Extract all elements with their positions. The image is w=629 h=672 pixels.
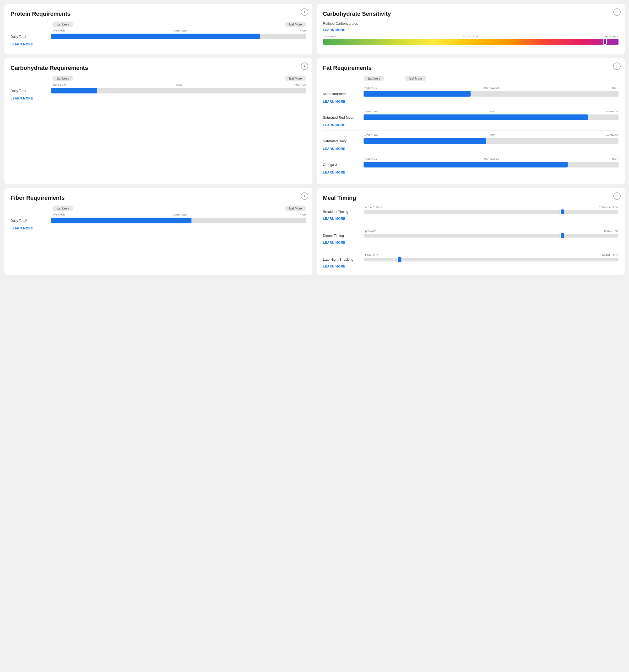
srm-scale-1: VERY LOW bbox=[365, 110, 449, 113]
omega3-section: AVERAGE INCREASED HIGH Omega-3 LEARN MOR… bbox=[323, 154, 619, 178]
protein-row-label: Daily Total bbox=[10, 35, 51, 39]
protein-scale-3: HIGH bbox=[222, 29, 306, 32]
sat-dairy-section: VERY LOW LOW AVERAGE Saturated Dairy LEA… bbox=[323, 131, 619, 154]
fiber-scale-3: HIGH bbox=[222, 213, 306, 216]
omega3-scale-2: INCREASED bbox=[449, 158, 534, 160]
carb-req-eat-more-badge: Eat More bbox=[285, 76, 306, 81]
protein-learn-more[interactable]: LEARN MORE bbox=[10, 43, 33, 46]
protein-badges-row: Eat Less Eat More bbox=[10, 22, 306, 28]
omega3-learn-more[interactable]: LEARN MORE bbox=[323, 171, 346, 174]
mono-bar-row: Monosaturated bbox=[323, 91, 619, 97]
mono-row-label: Monosaturated bbox=[323, 92, 363, 96]
srm-learn-more[interactable]: LEARN MORE bbox=[323, 123, 346, 127]
fat-eat-more-badge: Eat More bbox=[405, 76, 427, 81]
srm-scale-2: LOW bbox=[449, 110, 534, 113]
timing-divider-2 bbox=[323, 249, 619, 249]
carb-req-eat-less-badge: Eat Less bbox=[52, 76, 73, 81]
fiber-bar-container bbox=[51, 218, 306, 223]
fiber-card: Fiber Requirements i Eat Less Eat More A… bbox=[4, 188, 312, 275]
sat-red-meat-section: VERY LOW LOW AVERAGE Saturated Red Meat … bbox=[323, 107, 619, 131]
meal-timing-title: Meal Timing bbox=[323, 194, 619, 201]
carb-req-scale-labels: VERY LOW LOW AVERAGE bbox=[10, 83, 306, 86]
sd-row-label: Saturated Dairy bbox=[323, 139, 363, 143]
late-night-slider[interactable] bbox=[363, 258, 619, 261]
fat-req-info-btn[interactable]: i bbox=[613, 63, 621, 70]
carb-req-scale-2: LOW bbox=[137, 83, 221, 86]
carb-req-card: Carbohydrate Requirements i Eat Less Eat… bbox=[4, 58, 312, 184]
mono-bar-container bbox=[363, 91, 619, 97]
fiber-eat-less-badge: Eat Less bbox=[52, 206, 73, 211]
fiber-bar-row: Daily Total¹ bbox=[10, 218, 306, 223]
omega3-scale-3: HIGH bbox=[534, 158, 619, 160]
breakfast-right-time: 7:30am – 11am bbox=[599, 206, 619, 209]
sd-learn-more[interactable]: LEARN MORE bbox=[323, 147, 346, 151]
dinner-section: 5pm–7pm 6pm – 9pm Dinner Timing LEARN MO… bbox=[323, 230, 619, 245]
meal-timing-info-btn[interactable]: i bbox=[613, 192, 621, 200]
breakfast-learn-more[interactable]: LEARN MORE bbox=[323, 217, 346, 220]
main-grid: Protein Requirements i Eat Less Eat More… bbox=[4, 4, 625, 275]
late-night-left-label: LESS RISK bbox=[363, 253, 378, 257]
meal-timing-card: Meal Timing i 5am – 7:30am 7:30am – 11am… bbox=[317, 188, 625, 275]
carb-req-bar-container bbox=[51, 88, 306, 93]
carb-req-info-btn[interactable]: i bbox=[301, 63, 308, 70]
dinner-left-time: 5pm–7pm bbox=[363, 230, 376, 233]
protein-bar-fill bbox=[51, 33, 260, 39]
breakfast-timing-labels: 5am – 7:30am 7:30am – 11am bbox=[323, 206, 619, 209]
omega3-bar-container bbox=[363, 162, 619, 167]
fiber-scale-2: INCREASED bbox=[137, 213, 221, 216]
dinner-right-time: 6pm – 9pm bbox=[604, 230, 619, 233]
carb-req-row-label: Daily Total bbox=[10, 89, 51, 93]
protein-info-btn[interactable]: i bbox=[301, 8, 308, 16]
fiber-info-btn[interactable]: i bbox=[301, 192, 308, 200]
carb-req-bar-row: Daily Total bbox=[10, 88, 306, 93]
fiber-scale-labels: AVERAGE INCREASED HIGH bbox=[10, 213, 306, 216]
protein-card: Protein Requirements i Eat Less Eat More… bbox=[4, 4, 312, 54]
carb-sensitivity-learn-more[interactable]: LEARN MORE bbox=[323, 28, 346, 32]
carb-req-scale-3: AVERAGE bbox=[222, 83, 306, 86]
protein-bar-container bbox=[51, 33, 306, 39]
late-night-learn-more[interactable]: LEARN MORE bbox=[323, 265, 346, 268]
dinner-slider[interactable] bbox=[363, 234, 619, 238]
sd-bar-fill bbox=[363, 138, 486, 144]
dinner-learn-more[interactable]: LEARN MORE bbox=[323, 241, 346, 244]
omega3-scale-labels: AVERAGE INCREASED HIGH bbox=[323, 158, 619, 160]
gradient-bar bbox=[323, 39, 619, 45]
mono-bar-fill bbox=[363, 91, 471, 97]
omega3-bar-fill bbox=[363, 162, 568, 167]
omega3-bar-row: Omega-3 bbox=[323, 162, 619, 167]
high-risk-label: HIGH RISK bbox=[605, 35, 619, 38]
late-night-label: Late Night Snacking bbox=[323, 258, 363, 261]
dinner-thumb bbox=[560, 233, 564, 239]
omega3-row-label: Omega-3 bbox=[323, 163, 363, 167]
late-night-bar-row: Late Night Snacking bbox=[323, 258, 619, 261]
mono-scale-1: AVERAGE bbox=[365, 87, 449, 89]
protein-scale-2: INCREASED bbox=[137, 29, 221, 32]
protein-eat-less-badge: Eat Less bbox=[52, 22, 73, 27]
fiber-learn-more[interactable]: LEARN MORE bbox=[10, 226, 33, 230]
late-night-section: LESS RISK MORE RISK Late Night Snacking … bbox=[323, 253, 619, 268]
late-night-right-label: MORE RISK bbox=[602, 253, 619, 257]
dinner-bar-row: Dinner Timing bbox=[323, 234, 619, 238]
fat-req-card: Fat Requirements i Eat Less Eat More AVE… bbox=[317, 58, 625, 184]
fiber-bar-fill bbox=[51, 218, 192, 223]
carb-sensitivity-card: Carbohydrate Sensitivity i Refined Carbo… bbox=[317, 4, 625, 54]
breakfast-section: 5am – 7:30am 7:30am – 11am Breakfast Tim… bbox=[323, 206, 619, 221]
carb-req-title: Carbohydrate Requirements bbox=[10, 65, 306, 71]
srm-bar-container bbox=[363, 115, 619, 120]
mono-scale-labels: AVERAGE INCREASED HIGH bbox=[323, 87, 619, 89]
fiber-scale-1: AVERAGE bbox=[52, 213, 137, 216]
fiber-title: Fiber Requirements bbox=[10, 194, 306, 201]
sd-scale-1: VERY LOW bbox=[365, 134, 449, 137]
carb-sensitivity-info-btn[interactable]: i bbox=[613, 8, 621, 16]
sd-scale-3: AVERAGE bbox=[534, 134, 619, 137]
srm-scale-3: AVERAGE bbox=[534, 110, 619, 113]
mono-learn-more[interactable]: LEARN MORE bbox=[323, 100, 346, 103]
carb-req-learn-more[interactable]: LEARN MORE bbox=[10, 97, 33, 100]
srm-row-label: Saturated Red Meat bbox=[323, 116, 363, 119]
carb-sensitivity-subtitle: Refined Carbohydrates bbox=[323, 22, 619, 25]
srm-bar-fill bbox=[363, 115, 588, 120]
omega3-scale-1: AVERAGE bbox=[365, 158, 449, 160]
breakfast-slider[interactable] bbox=[363, 210, 619, 214]
protein-eat-more-badge: Eat More bbox=[285, 22, 306, 27]
mono-scale-2: INCREASED bbox=[449, 87, 534, 89]
